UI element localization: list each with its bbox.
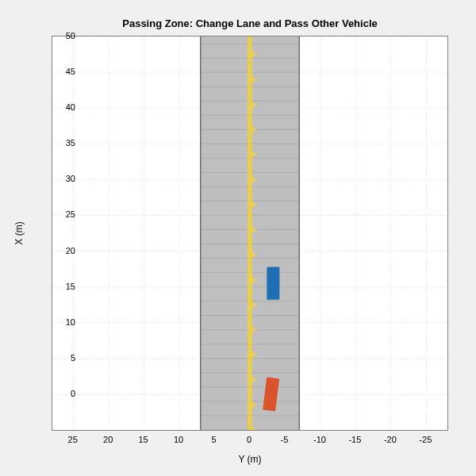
y-tick: 45	[52, 67, 75, 76]
ego-vehicle	[267, 267, 279, 299]
svg-rect-22	[201, 36, 300, 430]
plot-axes[interactable]	[52, 36, 448, 431]
x-tick: -25	[414, 435, 436, 444]
x-tick: 25	[62, 435, 84, 444]
x-tick: -5	[273, 435, 295, 444]
x-tick: -20	[379, 435, 401, 444]
y-tick: 0	[52, 389, 75, 398]
y-tick: 10	[52, 317, 75, 327]
y-tick: 25	[52, 209, 75, 219]
figure-window: Passing Zone: Change Lane and Pass Other…	[0, 0, 476, 476]
y-tick: 35	[52, 138, 75, 148]
chart-title: Passing Zone: Change Lane and Pass Other…	[52, 17, 448, 29]
y-axis-label: X (m)	[14, 36, 24, 431]
x-tick: 15	[132, 435, 155, 444]
x-tick: -15	[344, 435, 366, 444]
y-tick: 50	[52, 31, 75, 40]
plot-canvas	[52, 36, 447, 430]
y-tick: 40	[52, 102, 75, 112]
y-tick: 15	[52, 282, 75, 291]
x-tick: 10	[167, 435, 190, 444]
x-axis-label: Y (m)	[52, 454, 448, 465]
y-tick: 5	[52, 353, 75, 363]
x-tick: -10	[309, 435, 331, 444]
x-tick: 0	[238, 435, 260, 444]
y-axis-label-text: X (m)	[13, 221, 25, 244]
y-tick: 30	[52, 174, 75, 183]
x-tick: 5	[203, 435, 225, 444]
y-tick: 20	[52, 246, 75, 255]
x-tick: 20	[97, 435, 119, 444]
